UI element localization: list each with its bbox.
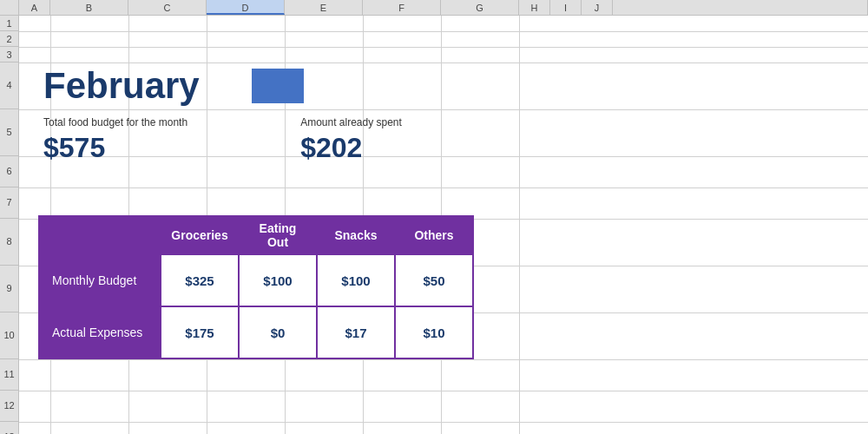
cell-budget-others: $50 xyxy=(395,254,473,306)
spent-value: $202 xyxy=(300,132,402,164)
cell-budget-snacks: $100 xyxy=(317,254,395,306)
content-layer: February Total food budget for the month… xyxy=(19,16,868,434)
col-header-I[interactable]: I xyxy=(550,0,582,15)
row-num-13[interactable]: 13 xyxy=(0,422,18,434)
budget-label: Total food budget for the month xyxy=(43,116,187,128)
cell-actual-eating-out: $0 xyxy=(239,306,317,358)
col-header-A[interactable]: A xyxy=(19,0,50,15)
cell-budget-eating-out: $100 xyxy=(239,254,317,306)
col-header-E[interactable]: E xyxy=(285,0,363,15)
cell-actual-snacks: $17 xyxy=(317,306,395,358)
row-label-monthly-budget: Monthly Budget xyxy=(39,254,161,306)
row-num-10[interactable]: 10 xyxy=(0,312,18,359)
cells-area: February Total food budget for the month… xyxy=(19,16,868,434)
table-header-eating-out: Eating Out xyxy=(239,216,317,254)
row-num-9[interactable]: 9 xyxy=(0,266,18,312)
col-header-J[interactable]: J xyxy=(582,0,613,15)
cell-actual-groceries: $175 xyxy=(161,306,239,358)
summary-flex: Total food budget for the month $575 Amo… xyxy=(43,116,402,164)
row-num-5[interactable]: 5 xyxy=(0,109,18,156)
month-title: February xyxy=(43,65,200,107)
row-numbers: 1 2 3 4 5 6 7 8 9 10 11 12 13 14 15 xyxy=(0,16,19,434)
table-header-others: Others xyxy=(395,216,473,254)
budget-value: $575 xyxy=(43,132,187,164)
table-header-snacks: Snacks xyxy=(317,216,395,254)
corner-cell xyxy=(0,0,19,15)
spent-summary: Amount already spent $202 xyxy=(300,116,402,164)
col-header-B[interactable]: B xyxy=(50,0,128,15)
row-num-11[interactable]: 11 xyxy=(0,359,18,391)
table-header-empty xyxy=(39,216,161,254)
table-header-groceries: Groceries xyxy=(161,216,239,254)
col-header-G[interactable]: G xyxy=(441,0,519,15)
row-num-1[interactable]: 1 xyxy=(0,16,18,31)
row-num-7[interactable]: 7 xyxy=(0,187,18,219)
row-num-3[interactable]: 3 xyxy=(0,47,18,62)
grid-body: 1 2 3 4 5 6 7 8 9 10 11 12 13 14 15 xyxy=(0,16,868,434)
spreadsheet: A B C D E F G H I J 1 2 3 4 5 6 7 8 9 10… xyxy=(0,0,868,434)
table-header-row: Groceries Eating Out Snacks Others xyxy=(39,216,473,254)
col-header-H[interactable]: H xyxy=(519,0,550,15)
row-num-12[interactable]: 12 xyxy=(0,391,18,422)
row-num-4[interactable]: 4 xyxy=(0,62,18,109)
col-header-F[interactable]: F xyxy=(363,0,441,15)
row-num-6[interactable]: 6 xyxy=(0,156,18,187)
row-label-actual-expenses: Actual Expenses xyxy=(39,306,161,358)
table-row-actual-expenses: Actual Expenses $175 $0 $17 $10 xyxy=(39,306,473,358)
blue-accent-box xyxy=(252,69,304,103)
title-row: February xyxy=(19,62,304,109)
col-header-rest xyxy=(613,0,868,15)
col-header-C[interactable]: C xyxy=(128,0,207,15)
summary-row: Total food budget for the month $575 Amo… xyxy=(19,109,402,164)
cell-budget-groceries: $325 xyxy=(161,254,239,306)
col-header-D[interactable]: D xyxy=(207,0,285,15)
budget-table-container: Groceries Eating Out Snacks Others Month… xyxy=(38,215,474,359)
column-headers: A B C D E F G H I J xyxy=(0,0,868,16)
row-num-2[interactable]: 2 xyxy=(0,31,18,47)
budget-summary: Total food budget for the month $575 xyxy=(43,116,187,164)
budget-table: Groceries Eating Out Snacks Others Month… xyxy=(38,215,474,359)
cell-actual-others: $10 xyxy=(395,306,473,358)
spent-label: Amount already spent xyxy=(300,116,402,128)
row-num-8[interactable]: 8 xyxy=(0,219,18,266)
table-row-monthly-budget: Monthly Budget $325 $100 $100 $50 xyxy=(39,254,473,306)
